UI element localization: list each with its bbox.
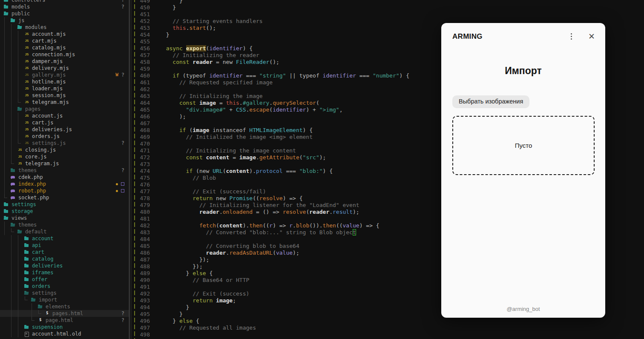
tree-item[interactable]: orders xyxy=(0,283,129,290)
code-line[interactable]: 483 // Converted "blob:..." string to Bl… xyxy=(131,229,441,236)
code-line[interactable]: 478 return new Promise((resolve) => { xyxy=(131,195,441,202)
choose-images-button[interactable]: Выбрать изображения xyxy=(452,95,529,108)
code-line[interactable]: 458 const reader = new FileReader(); xyxy=(131,59,441,66)
code-line[interactable]: 476 xyxy=(131,181,441,188)
code-line[interactable]: 460 if (typeof identifier === "string" |… xyxy=(131,72,441,79)
tree-item[interactable]: api xyxy=(0,242,129,249)
tree-item[interactable]: settings xyxy=(0,201,129,208)
code-line[interactable]: 468 if (image instanceof HTMLImageElemen… xyxy=(131,127,441,134)
tree-item[interactable]: public xyxy=(0,10,129,17)
code-line[interactable]: 482 fetch(content).then((r) => r.blob())… xyxy=(131,222,441,229)
tree-item[interactable]: themes xyxy=(0,221,129,228)
image-dropzone[interactable]: Пусто xyxy=(452,116,595,175)
tree-item[interactable]: account.html.old xyxy=(0,330,129,337)
code-line[interactable]: 480 reader.onloadend = () => resolve(rea… xyxy=(131,209,441,215)
code-line[interactable]: 450 } xyxy=(131,4,441,11)
tree-item[interactable]: suspension xyxy=(0,324,129,330)
tree-item[interactable]: iframes xyxy=(0,269,129,276)
tree-item[interactable]: import xyxy=(0,296,129,303)
code-line[interactable]: 493 return image; xyxy=(131,297,441,304)
tree-item[interactable]: JSconnection.mjs xyxy=(0,51,129,58)
code-line[interactable]: 495 } xyxy=(131,311,441,318)
code-line[interactable]: 473 xyxy=(131,161,441,168)
code-line[interactable]: 481 xyxy=(131,215,441,222)
code-line[interactable]: 464 const image = this.#gallery.querySel… xyxy=(131,100,441,106)
tree-item[interactable]: elements xyxy=(0,303,129,310)
kebab-menu-icon[interactable] xyxy=(569,32,574,41)
code-line[interactable]: 492 // Exit (success) xyxy=(131,290,441,297)
tree-item[interactable]: 5pages.html? xyxy=(0,310,129,317)
code-editor[interactable]: 449 }450 }451452 // Starting events hand… xyxy=(131,0,441,339)
tree-item[interactable]: settings xyxy=(0,290,129,296)
tree-item[interactable]: JSsession.mjs xyxy=(0,92,129,99)
code-line[interactable]: 487 }); xyxy=(131,256,441,263)
tree-item[interactable]: JShotline.mjs xyxy=(0,78,129,85)
tree-item[interactable]: socket.php xyxy=(0,194,129,201)
code-line[interactable]: 474 if (new URL(content).protocol === "b… xyxy=(131,168,441,175)
code-line[interactable]: 497 // Requested all images xyxy=(131,325,441,331)
code-line[interactable]: 484 xyxy=(131,236,441,243)
sidebar-divider[interactable] xyxy=(129,0,129,339)
tree-item[interactable]: JSdamper.mjs xyxy=(0,58,129,65)
tree-item[interactable]: models? xyxy=(0,3,129,10)
code-line[interactable]: 454 } xyxy=(131,32,441,38)
code-line[interactable]: 471 // Initializing the image content xyxy=(131,147,441,154)
tree-item[interactable]: JStelegram.js xyxy=(0,160,129,167)
code-line[interactable]: 457 // Initializing the reader xyxy=(131,52,441,59)
tree-item[interactable]: modules xyxy=(0,24,129,31)
code-line[interactable]: 472 const content = image.getAttribute("… xyxy=(131,154,441,161)
code-line[interactable]: 489 } else { xyxy=(131,270,441,277)
tree-item[interactable]: pages xyxy=(0,106,129,112)
tree-item[interactable]: themes? xyxy=(0,167,129,174)
code-line[interactable]: 462 xyxy=(131,86,441,93)
code-line[interactable]: 488 }); xyxy=(131,263,441,270)
tree-item[interactable]: storage xyxy=(0,208,129,215)
code-line[interactable]: 498 xyxy=(131,331,441,338)
code-line[interactable]: 486 reader.readAsDataURL(value); xyxy=(131,250,441,256)
tree-item[interactable]: JSsettings.js? xyxy=(0,140,129,147)
tree-item[interactable]: cart xyxy=(0,249,129,256)
tree-item[interactable]: robot.php xyxy=(0,187,129,194)
code-line[interactable]: 456 async export(identifier) { xyxy=(131,45,441,52)
tree-item[interactable]: offer xyxy=(0,276,129,283)
tree-item[interactable]: JScore.js xyxy=(0,153,129,160)
tree-item[interactable]: catalog xyxy=(0,256,129,262)
tree-item[interactable]: default xyxy=(0,228,129,235)
code-line[interactable]: 475 // Blob xyxy=(131,175,441,181)
code-line[interactable]: 455 xyxy=(131,38,441,45)
tree-item[interactable]: account xyxy=(0,235,129,242)
code-line[interactable]: 465 "div.image#" + CSS.escape(identifier… xyxy=(131,106,441,113)
code-line[interactable]: 491 xyxy=(131,284,441,290)
code-line[interactable]: 453 this.start(); xyxy=(131,25,441,32)
tree-item[interactable]: JSgallery.mjsW? xyxy=(0,72,129,78)
code-line[interactable]: 477 // Exit (success/fail) xyxy=(131,188,441,195)
tree-item[interactable]: JSdeliveries.js xyxy=(0,126,129,133)
code-line[interactable]: 490 // Base64 or HTTP xyxy=(131,277,441,284)
code-line[interactable]: 463 // Initializing the image xyxy=(131,93,441,100)
tree-item[interactable]: cdek.php xyxy=(0,174,129,181)
tree-item[interactable]: JSaccount.js xyxy=(0,112,129,119)
tree-item[interactable]: controllers? xyxy=(0,0,129,3)
tree-item[interactable]: index.php xyxy=(0,181,129,187)
code-line[interactable]: 449 } xyxy=(131,0,441,4)
code-line[interactable]: 467 xyxy=(131,120,441,127)
code-line[interactable]: 479 // Initializing listener for the "Lo… xyxy=(131,202,441,209)
tree-item[interactable]: JSloader.mjs xyxy=(0,85,129,92)
code-line[interactable]: 494 } xyxy=(131,304,441,311)
tree-item[interactable]: views xyxy=(0,215,129,221)
tree-item[interactable]: JSaccount.mjs xyxy=(0,31,129,37)
tree-item[interactable]: JSclosing.js xyxy=(0,147,129,153)
tree-item[interactable]: JScart.js xyxy=(0,119,129,126)
code-line[interactable]: 469 // Initialized the image <img> eleme… xyxy=(131,134,441,141)
code-line[interactable]: 466 ); xyxy=(131,113,441,120)
tree-item[interactable]: JScart.mjs xyxy=(0,37,129,44)
tree-item[interactable]: js xyxy=(0,17,129,24)
code-line[interactable]: 451 xyxy=(131,11,441,18)
tree-item[interactable]: 5page.html? xyxy=(0,317,129,324)
code-line[interactable]: 459 xyxy=(131,66,441,72)
tree-item[interactable]: JScatalog.mjs xyxy=(0,44,129,51)
code-line[interactable]: 461 // Requested specified image xyxy=(131,79,441,86)
code-line[interactable]: 485 // Converting blob to base64 xyxy=(131,243,441,250)
tree-item[interactable]: JSdelivery.mjs xyxy=(0,65,129,72)
tree-item[interactable]: JStelegram.mjs xyxy=(0,99,129,106)
